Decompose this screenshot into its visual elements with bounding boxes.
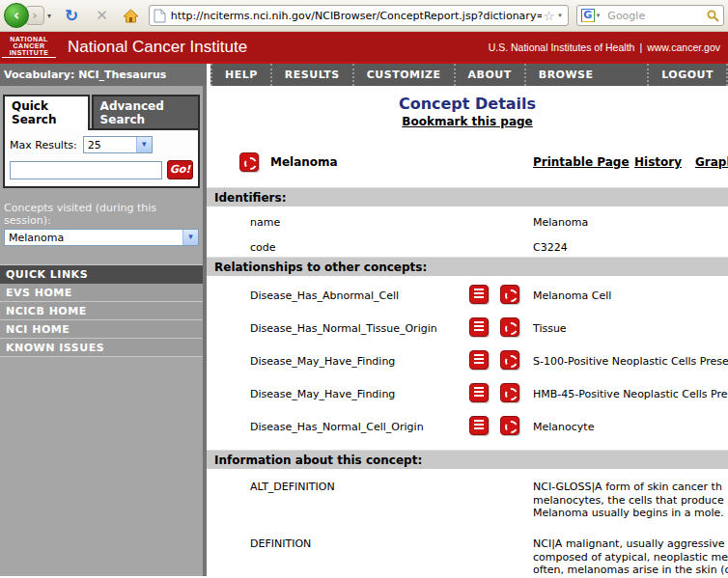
concepts-visited-select[interactable]: Melanoma ▾ [4,229,199,246]
hierarchy-icon[interactable] [500,350,519,370]
search-input[interactable] [10,161,162,179]
hierarchy-icon[interactable] [500,383,519,402]
home-icon[interactable] [117,9,147,23]
sidebar-item-known-issues[interactable]: KNOWN ISSUES [0,339,203,357]
back-icon[interactable]: ‹ [4,3,29,28]
relationships-header: Relationships to other concepts: [207,257,728,276]
bookmark-this-page-link[interactable]: Bookmark this page [402,115,532,128]
nci-logo[interactable]: NATIONAL CANCER INSTITUTE [2,36,56,58]
search-engine-dropdown-icon[interactable]: ▾ [595,12,602,19]
relationship-label: Disease_May_Have_Finding [250,388,395,400]
related-concept: Melanoma Cell [533,289,611,302]
concept-details-panel: Concept Details Bookmark this page Melan… [207,86,728,576]
document-icon[interactable] [469,383,489,402]
information-row: DEFINITION NCI|A malignant, usually aggr… [207,526,728,576]
nih-link[interactable]: U.S. National Institutes of Health [489,41,635,53]
concept-header-row: Melanoma Printable Page History Graph [207,152,728,173]
logo-line: NATIONAL [2,36,56,42]
sidebar-item-nci-home[interactable]: NCI HOME [0,320,203,339]
chevron-down-icon[interactable]: ▾ [136,137,152,152]
search-icon[interactable] [707,10,719,22]
history-dropdown-icon[interactable]: ▾ [44,12,56,20]
header-separator: | [639,41,642,53]
vocabulary-label: Vocabulary: NCI_Thesaurus [0,64,207,86]
search-tabs: Quick Search Advanced Search [3,95,200,128]
header-right-links: U.S. National Institutes of Health|www.c… [489,41,720,53]
cancer-gov-link[interactable]: www.cancer.gov [647,41,720,53]
max-results-label: Max Results: [10,139,77,151]
document-icon[interactable] [469,317,489,337]
url-input[interactable] [171,10,542,22]
menu-item-customize[interactable]: CUSTOMIZE [354,64,456,86]
logo-line: CANCER [2,42,56,49]
sidebar-item-ncicb-home[interactable]: NCICB HOME [0,302,203,320]
relationship-row: Disease_May_Have_Finding S-100-Positive … [207,345,728,378]
reload-icon[interactable]: ↻ [56,6,87,25]
relationship-row: Disease_Has_Normal_Tissue_Origin Tissue [207,313,728,345]
relationship-label: Disease_Has_Normal_Tissue_Origin [250,322,437,335]
identifier-value: C3224 [533,241,568,254]
chevron-down-icon[interactable]: ▾ [182,230,198,245]
menu-item-browse-hierarchy[interactable]: BROWSE HIERARCHY [526,64,649,86]
information-value: NCI-GLOSS|A form of skin cancer th melan… [533,481,728,520]
information-value: NCI|A malignant, usually aggressive comp… [533,537,728,576]
go-button[interactable]: Go! [167,160,193,179]
related-concept: Melanocyte [533,421,594,433]
document-icon[interactable] [469,416,489,435]
document-icon[interactable] [469,350,489,370]
hierarchy-icon[interactable] [500,285,519,304]
relationships-list: Disease_Has_Abnormal_Cell Melanoma Cell … [207,276,728,450]
max-results-value: 25 [88,139,101,151]
bookmark-star-icon[interactable]: ☆ [542,9,557,23]
web-search-bar[interactable]: G ▾ Google [576,5,724,26]
menu-item-logout[interactable]: LOGOUT [649,64,728,86]
url-dropdown-icon[interactable]: ▾ [556,12,564,19]
menu-item-results[interactable]: RESULTS [272,64,354,86]
information-header: Information about this concept: [207,450,728,469]
relationship-label: Disease_May_Have_Finding [250,355,395,368]
relationship-label: Disease_Has_Abnormal_Cell [250,289,399,302]
menu-row: Vocabulary: NCI_Thesaurus HELP RESULTS C… [0,64,728,86]
relationship-label: Disease_Has_Normal_Cell_Origin [250,421,424,433]
concept-name: Melanoma [270,155,338,169]
identifier-label: code [250,241,276,254]
identifier-row: name Melanoma [207,206,728,232]
max-results-select[interactable]: 25 ▾ [83,136,153,153]
document-icon[interactable] [469,285,489,304]
google-logo-icon: G [581,9,595,22]
sidebar-item-evs-home[interactable]: EVS HOME [0,284,203,302]
identifier-label: name [250,216,280,229]
related-concept: HMB-45-Positive Neoplastic Cells Pre [533,388,728,400]
identifier-row: code C3224 [207,232,728,257]
relationship-row: Disease_May_Have_Finding HMB-45-Positive… [207,378,728,411]
tab-advanced-search[interactable]: Advanced Search [92,95,200,128]
page-title: Concept Details [207,95,728,113]
hierarchy-icon[interactable] [239,152,259,172]
menu-item-about[interactable]: ABOUT [456,64,526,86]
search-placeholder[interactable]: Google [602,10,707,22]
relationship-row: Disease_Has_Abnormal_Cell Melanoma Cell [207,280,728,313]
browser-toolbar: ‹ › ▾ ↻ ✕ ☆ ▾ G ▾ Google [0,0,728,32]
site-title: National Cancer Institute [68,38,247,57]
content: Quick Search Advanced Search Max Results… [0,86,728,576]
hierarchy-icon[interactable] [500,317,519,337]
hierarchy-icon[interactable] [500,416,519,435]
main-menu: HELP RESULTS CUSTOMIZE ABOUT BROWSE HIER… [210,64,728,86]
concepts-visited-value: Melanoma [9,232,64,244]
menu-item-help[interactable]: HELP [210,64,272,86]
related-concept: S-100-Positive Neoplastic Cells Prese [533,355,728,368]
identifiers-header: Identifiers: [207,187,728,206]
information-label: DEFINITION [250,537,311,550]
history-link[interactable]: History [634,155,682,169]
address-bar[interactable]: ☆ ▾ [149,5,569,26]
concepts-visited-label: Concepts visited (during this session): [4,202,199,227]
tab-quick-search[interactable]: Quick Search [3,95,90,130]
quick-links-header: QUICK LINKS [0,265,203,284]
quick-links: QUICK LINKS EVS HOME NCICB HOME NCI HOME… [0,264,203,357]
related-concept: Tissue [533,322,567,335]
information-label: ALT_DEFINITION [250,481,335,493]
quick-search-panel: Max Results: 25 ▾ Go! [3,128,200,188]
graph-link[interactable]: Graph [695,155,728,169]
stop-icon[interactable]: ✕ [87,7,117,24]
printable-page-link[interactable]: Printable Page [533,155,630,169]
